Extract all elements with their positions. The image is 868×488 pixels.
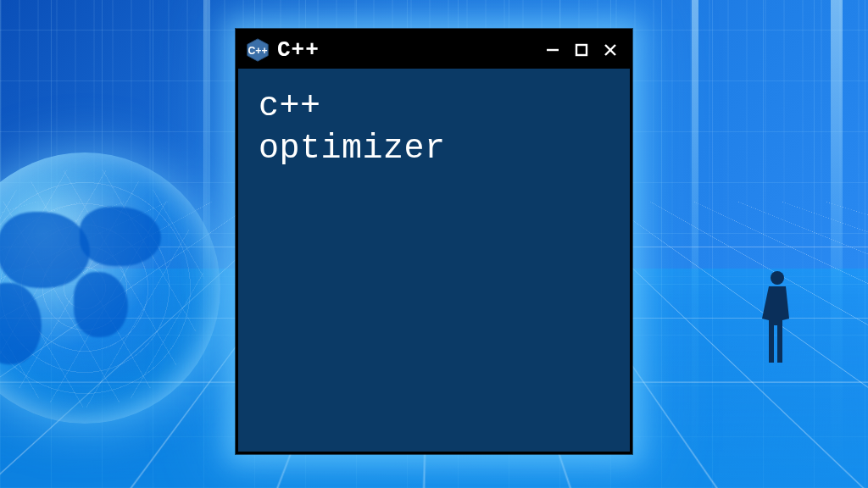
content-line-2: optimizer <box>259 128 609 170</box>
svg-point-0 <box>771 271 784 285</box>
window-controls <box>540 37 623 63</box>
cpp-icon: C++ <box>245 37 270 63</box>
window-title: C++ <box>277 37 320 63</box>
content-line-1: c++ <box>259 86 609 128</box>
person-silhouette <box>759 268 796 369</box>
svg-rect-4 <box>576 45 587 55</box>
window-content: c++ optimizer <box>238 69 630 452</box>
svg-text:C++: C++ <box>248 45 267 57</box>
app-window: C++ C++ c++ optimizer <box>236 29 632 454</box>
maximize-button[interactable] <box>569 37 594 63</box>
close-button[interactable] <box>598 37 623 63</box>
minimize-button[interactable] <box>540 37 565 63</box>
titlebar[interactable]: C++ C++ <box>238 31 630 69</box>
